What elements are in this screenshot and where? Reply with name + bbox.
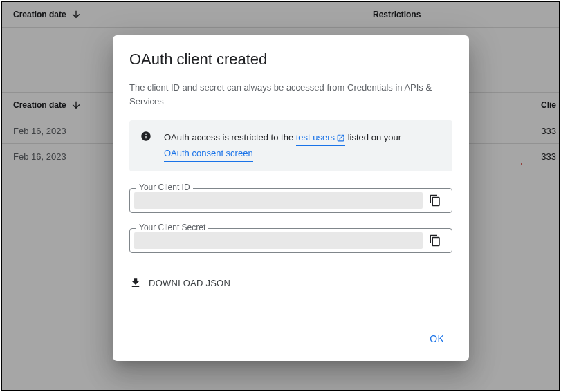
client-id-value (134, 192, 423, 209)
dialog-subtitle: The client ID and secret can always be a… (129, 81, 452, 108)
client-id-label: Your Client ID (136, 183, 193, 192)
copy-client-id-button[interactable] (423, 191, 448, 210)
oauth-client-created-dialog: OAuth client created The client ID and s… (113, 35, 469, 361)
info-text: OAuth access is restricted to the test u… (164, 130, 441, 162)
test-users-link[interactable]: test users (296, 130, 345, 146)
download-json-button[interactable]: DOWNLOAD JSON (129, 272, 452, 293)
dialog-actions: OK (129, 328, 452, 350)
copy-client-secret-button[interactable] (423, 231, 448, 250)
ok-button[interactable]: OK (421, 328, 452, 350)
client-secret-value (134, 232, 423, 249)
client-secret-label: Your Client Secret (136, 223, 208, 232)
client-secret-field-wrap: Your Client Secret (129, 228, 452, 253)
oauth-consent-screen-link[interactable]: OAuth consent screen (164, 146, 253, 162)
copy-icon (429, 194, 441, 207)
client-id-field-wrap: Your Client ID (129, 188, 452, 213)
external-link-icon (336, 133, 345, 142)
download-icon (129, 277, 142, 289)
info-icon (140, 130, 151, 142)
download-json-label: DOWNLOAD JSON (149, 278, 230, 288)
info-banner: OAuth access is restricted to the test u… (129, 120, 452, 171)
copy-icon (429, 234, 441, 247)
dialog-title: OAuth client created (129, 50, 452, 68)
